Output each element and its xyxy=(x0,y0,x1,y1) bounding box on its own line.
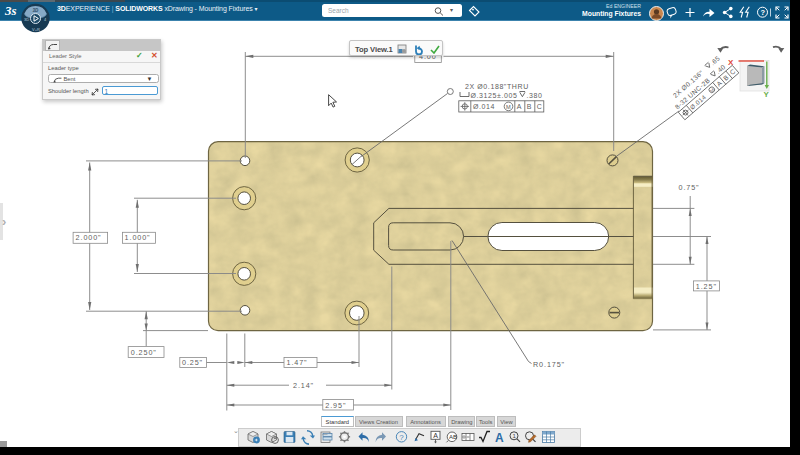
svg-text:Ø.3125±.005: Ø.3125±.005 xyxy=(471,92,518,99)
svg-text:1.47": 1.47" xyxy=(287,358,308,367)
svg-text:Y: Y xyxy=(764,90,770,99)
svg-text:M: M xyxy=(506,104,511,110)
svg-text:R0.175": R0.175" xyxy=(533,360,565,369)
svg-text:A: A xyxy=(495,430,504,444)
svg-text:V+R: V+R xyxy=(32,27,40,32)
svg-text:2X Ø0.188"THRU: 2X Ø0.188"THRU xyxy=(465,83,529,90)
svg-text:A: A xyxy=(433,432,438,439)
svg-text:.380: .380 xyxy=(527,92,543,99)
svg-text:0.75": 0.75" xyxy=(679,183,700,192)
svg-text:Ø.014: Ø.014 xyxy=(473,103,495,110)
svg-text:1.000": 1.000" xyxy=(125,233,151,242)
svg-text:0.25": 0.25" xyxy=(182,358,203,367)
svg-text:3D: 3D xyxy=(33,8,40,13)
svg-text:1: 1 xyxy=(512,433,516,439)
svg-text:3D: 3D xyxy=(24,17,29,22)
svg-text:?: ? xyxy=(399,432,404,441)
svg-text:AB: AB xyxy=(449,434,457,440)
svg-text:?: ? xyxy=(761,8,766,17)
svg-text:2.95": 2.95" xyxy=(325,401,346,410)
svg-text:2.14": 2.14" xyxy=(293,381,314,390)
svg-text:C: C xyxy=(537,103,543,110)
svg-text:A: A xyxy=(517,103,522,110)
svg-text:2.000": 2.000" xyxy=(76,233,102,242)
svg-text:1.25": 1.25" xyxy=(696,282,717,291)
svg-text:X: X xyxy=(728,58,734,67)
svg-text:0.250": 0.250" xyxy=(131,348,157,357)
svg-text:3s: 3s xyxy=(4,3,17,18)
svg-text:B: B xyxy=(527,103,532,110)
